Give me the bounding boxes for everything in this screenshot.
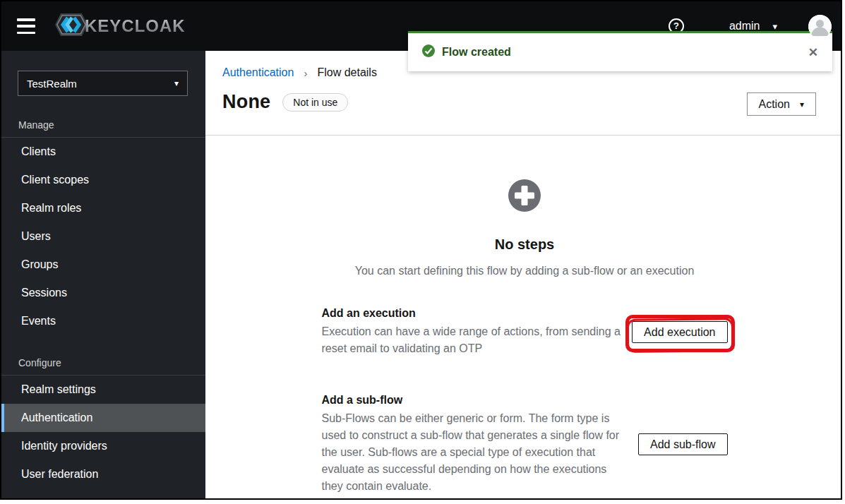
toast-title: Flow created [442,46,511,59]
chevron-down-icon: ▾ [772,21,777,32]
add-subflow-description: Sub-Flows can be either generic or form.… [322,410,621,495]
close-icon[interactable]: ✕ [808,47,818,59]
action-dropdown-label: Action [759,98,790,111]
breadcrumb-current: Flow details [317,66,376,79]
main-content: Authentication › Flow details None Not i… [205,51,842,500]
add-subflow-button[interactable]: Add sub-flow [638,433,728,455]
sidebar-item-identity-providers[interactable]: Identity providers [1,432,205,460]
status-badge: Not in use [282,93,348,112]
empty-state-description: You can start defining this flow by addi… [205,265,842,277]
sidebar-item-realm-roles[interactable]: Realm roles [1,194,205,222]
sidebar-item-sessions[interactable]: Sessions [1,279,205,307]
nav-section-manage: Manage Clients Client scopes Realm roles… [1,119,205,335]
add-plus-icon [508,179,541,215]
nav-section-title: Configure [1,357,205,375]
keycloak-logo: KEYCLOAK [54,9,186,43]
chevron-down-icon: ▾ [800,100,804,109]
realm-name: TestRealm [27,78,77,90]
hamburger-menu-icon[interactable] [17,18,35,34]
toast-flow-created: Flow created ✕ [408,31,832,71]
add-execution-description: Execution can have a wide range of actio… [322,323,621,357]
add-execution-button[interactable]: Add execution [632,321,727,343]
nav-section-configure: Configure Realm settings Authentication … [1,357,205,488]
success-check-icon [422,44,435,60]
brand-text: KEYCLOAK [85,16,186,36]
sidebar-item-clients[interactable]: Clients [1,138,205,166]
nav-section-title: Manage [1,119,205,137]
app-window: KEYCLOAK ? admin ▾ Flow crea [0,0,842,500]
flow-empty-state: No steps You can start defining this flo… [205,136,842,495]
breadcrumb-separator: › [304,67,307,79]
add-subflow-heading: Add a sub-flow [322,394,621,407]
sidebar-item-realm-settings[interactable]: Realm settings [1,376,205,404]
breadcrumb-authentication-link[interactable]: Authentication [222,66,294,79]
add-execution-heading: Add an execution [322,307,621,320]
sidebar-item-client-scopes[interactable]: Client scopes [1,166,205,194]
avatar[interactable] [808,15,832,38]
empty-state-heading: No steps [205,236,842,253]
page-title: None [222,91,270,113]
sidebar-item-groups[interactable]: Groups [1,251,205,279]
add-subflow-row: Add a sub-flow Sub-Flows can be either g… [322,394,728,495]
add-execution-row: Add an execution Execution can have a wi… [322,307,728,357]
sidebar-item-authentication[interactable]: Authentication [1,404,205,432]
sidebar: TestRealm ▾ Manage Clients Client scopes… [1,51,205,500]
sidebar-item-user-federation[interactable]: User federation [1,460,205,488]
chevron-down-icon: ▾ [174,78,179,88]
sidebar-item-events[interactable]: Events [1,307,205,335]
sidebar-item-users[interactable]: Users [1,222,205,251]
action-dropdown[interactable]: Action ▾ [747,92,817,116]
realm-selector[interactable]: TestRealm ▾ [18,71,188,96]
